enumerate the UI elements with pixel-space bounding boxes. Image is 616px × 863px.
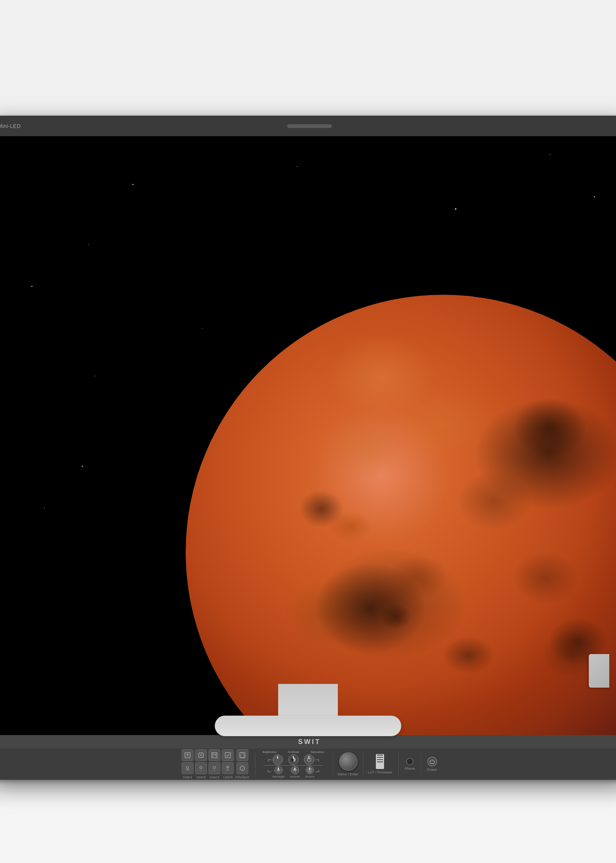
menu-enter-label: Menu / Enter bbox=[338, 772, 358, 776]
brand-name: SWIT bbox=[298, 738, 321, 746]
info-top-button[interactable] bbox=[236, 749, 248, 761]
menu-knob-group: Menu / Enter bbox=[338, 752, 358, 776]
volume-dial[interactable] bbox=[291, 766, 299, 774]
svg-point-10 bbox=[213, 766, 215, 769]
power-label: Power bbox=[427, 768, 437, 772]
source-dial-group: Source bbox=[305, 766, 314, 778]
controls-bar: 2 User1 2 User2 bbox=[0, 748, 616, 780]
star bbox=[88, 244, 89, 245]
lut-icon bbox=[376, 754, 384, 769]
backlight-dial-group: Backlight bbox=[273, 766, 284, 778]
phone-jack[interactable] bbox=[406, 758, 413, 765]
svg-text:i: i bbox=[242, 767, 243, 770]
divider-2 bbox=[333, 753, 333, 775]
dials-container-top bbox=[273, 754, 314, 765]
star bbox=[594, 196, 595, 197]
saturation-label-top: Saturation bbox=[310, 750, 325, 754]
user2-button[interactable]: 2 bbox=[182, 762, 193, 774]
star bbox=[44, 507, 45, 508]
star bbox=[297, 166, 297, 167]
saturation-dial[interactable] bbox=[304, 754, 314, 765]
user2-group: 2 User2 bbox=[195, 749, 207, 779]
user1-button[interactable] bbox=[182, 749, 193, 761]
svg-rect-15 bbox=[240, 753, 245, 758]
svg-rect-12 bbox=[225, 753, 231, 758]
lut-label: LUT / Firmware bbox=[368, 770, 392, 774]
backlight-dial[interactable] bbox=[275, 766, 283, 774]
user3-label: User3 bbox=[210, 775, 220, 779]
star bbox=[550, 154, 550, 155]
star bbox=[455, 208, 456, 210]
top-bezel: Mini-LED bbox=[0, 116, 616, 136]
svg-point-18 bbox=[307, 758, 311, 762]
divider-4 bbox=[398, 753, 399, 775]
mars-planet bbox=[186, 295, 616, 735]
divider-1 bbox=[255, 753, 255, 775]
svg-rect-25 bbox=[308, 769, 312, 772]
bracket-line bbox=[264, 765, 323, 765]
connector-detail bbox=[589, 654, 609, 688]
svg-text:3: 3 bbox=[214, 769, 215, 772]
camera-bump bbox=[287, 124, 332, 128]
user3-group: 3 User3 bbox=[209, 749, 220, 779]
adj-cluster: Brightness Contrast Saturation ⌐ bbox=[262, 750, 325, 778]
contrast-dial-group bbox=[288, 754, 299, 765]
mars-dark-spot bbox=[512, 398, 587, 457]
user1-group: 2 User1 bbox=[182, 749, 193, 779]
brightness-dial[interactable] bbox=[273, 754, 283, 765]
svg-marker-24 bbox=[293, 768, 296, 772]
user2-top-button[interactable] bbox=[195, 749, 207, 761]
user4-bottom-button[interactable] bbox=[222, 762, 234, 774]
menu-enter-knob[interactable] bbox=[339, 752, 358, 771]
svg-text:2: 2 bbox=[201, 769, 202, 772]
star bbox=[31, 286, 33, 287]
brightness-label-top: Brightness bbox=[262, 750, 277, 754]
user3-bottom-button[interactable]: 3 bbox=[209, 762, 220, 774]
control-panel: SWIT 2 User1 bbox=[0, 735, 616, 780]
svg-text:2: 2 bbox=[187, 769, 188, 772]
brand-bar: SWIT bbox=[0, 735, 616, 748]
user1-label: User1 bbox=[183, 775, 193, 779]
mars-crater-2 bbox=[381, 604, 411, 630]
dials-container-bottom: Backlight Volume bbox=[273, 766, 315, 778]
model-label: Mini-LED bbox=[0, 123, 21, 129]
user4-top-button[interactable] bbox=[222, 749, 234, 761]
info-quit-group: i Info/Quit bbox=[235, 749, 249, 779]
user4-label: User4 bbox=[223, 775, 233, 779]
mars-highlight bbox=[330, 336, 434, 418]
user-buttons-group: 2 User1 2 User2 bbox=[182, 749, 249, 779]
lut-group: LUT / Firmware bbox=[368, 754, 392, 774]
user4-group: User4 bbox=[222, 749, 234, 779]
user3-top-button[interactable] bbox=[209, 749, 220, 761]
info-quit-label: Info/Quit bbox=[235, 775, 249, 779]
info-bottom-button[interactable]: i bbox=[236, 762, 248, 774]
star bbox=[82, 466, 83, 467]
volume-label: Volume bbox=[290, 775, 300, 778]
power-button[interactable] bbox=[427, 757, 437, 766]
divider-5 bbox=[421, 753, 421, 775]
backlight-label: Backlight bbox=[273, 775, 284, 778]
contrast-dial[interactable] bbox=[288, 754, 299, 765]
dial-row-bottom: ⌐ Backlight bbox=[267, 766, 319, 778]
power-group: Power bbox=[427, 757, 437, 772]
star bbox=[132, 184, 134, 185]
volume-dial-group: Volume bbox=[290, 766, 300, 778]
contrast-label-top: Contrast bbox=[286, 750, 301, 754]
mars-scene bbox=[0, 136, 616, 735]
mars-crater-1 bbox=[299, 490, 344, 528]
svg-point-7 bbox=[200, 766, 202, 769]
svg-point-14 bbox=[228, 767, 228, 767]
user2-bottom-button[interactable]: 2 bbox=[195, 762, 207, 774]
brightness-dial-group bbox=[273, 754, 283, 765]
adj-labels-top: Brightness Contrast Saturation bbox=[262, 750, 325, 754]
source-label: Source bbox=[305, 775, 314, 778]
phone-label: Phone bbox=[405, 767, 415, 770]
contrast-dial-icon bbox=[291, 757, 296, 762]
svg-point-19 bbox=[277, 769, 280, 771]
dial-row-top: ⌐ bbox=[267, 754, 319, 765]
phone-group: Phone bbox=[405, 758, 415, 770]
star bbox=[94, 376, 95, 376]
lut-firmware-button[interactable] bbox=[376, 754, 384, 769]
mars-dark-region-2 bbox=[314, 562, 426, 655]
source-dial[interactable] bbox=[306, 766, 314, 774]
